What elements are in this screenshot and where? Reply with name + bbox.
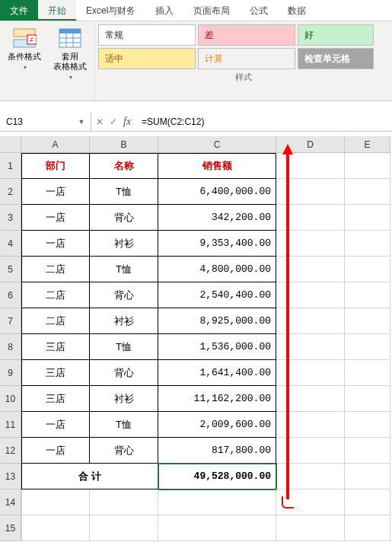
cell[interactable]: 9,353,400.00	[158, 231, 276, 257]
cell[interactable]	[276, 438, 345, 464]
row-header[interactable]: 6	[0, 282, 21, 308]
cell-style-bad[interactable]: 差	[198, 24, 295, 46]
cell[interactable]	[276, 282, 345, 308]
cancel-formula-icon[interactable]: ✕	[96, 116, 104, 127]
tab-page-layout[interactable]: 页面布局	[183, 0, 240, 21]
row-header[interactable]: 12	[0, 438, 21, 464]
cell[interactable]: T恤	[90, 257, 158, 282]
cell[interactable]	[345, 257, 390, 282]
cell[interactable]	[345, 308, 390, 334]
cell[interactable]	[276, 515, 345, 541]
tab-home[interactable]: 开始	[38, 0, 76, 21]
accept-formula-icon[interactable]: ✓	[110, 116, 117, 127]
cell[interactable]	[345, 438, 390, 464]
cell[interactable]: 342,200.00	[158, 205, 276, 231]
cell[interactable]	[276, 464, 345, 489]
cell[interactable]	[345, 412, 390, 438]
row-header[interactable]: 9	[0, 360, 21, 386]
cell[interactable]	[276, 334, 345, 360]
cell-total-label[interactable]: 合 计	[21, 464, 158, 489]
tab-formulas[interactable]: 公式	[240, 0, 278, 21]
cell[interactable]: 一店	[21, 231, 90, 257]
cell[interactable]: 11,162,200.00	[158, 386, 276, 412]
name-box[interactable]: C13 ▼	[0, 112, 91, 131]
cell[interactable]	[345, 179, 390, 205]
cell[interactable]	[276, 153, 345, 179]
cell[interactable]: 三店	[21, 334, 90, 360]
row-header[interactable]: 2	[0, 179, 21, 205]
cell[interactable]: 一店	[21, 179, 90, 205]
cell-style-neutral[interactable]: 适中	[98, 48, 196, 69]
cell[interactable]: 4,800,000.00	[158, 257, 276, 282]
cell[interactable]	[21, 489, 90, 515]
cell[interactable]	[345, 515, 390, 541]
cell[interactable]	[276, 360, 345, 386]
cell[interactable]: T恤	[90, 334, 158, 360]
cell-style-normal[interactable]: 常规	[98, 24, 196, 46]
col-header-e[interactable]: E	[345, 136, 390, 153]
tab-excel-finance[interactable]: Excel与财务	[76, 0, 145, 21]
cell[interactable]: 背心	[90, 360, 158, 386]
tab-data[interactable]: 数据	[278, 0, 316, 21]
cell[interactable]	[345, 360, 390, 386]
cell[interactable]: 二店	[21, 308, 90, 334]
cell[interactable]: 名称	[90, 153, 158, 179]
cell[interactable]: 背心	[90, 438, 158, 464]
row-header[interactable]: 15	[0, 515, 21, 541]
cell[interactable]: 6,400,000.00	[158, 179, 276, 205]
cell-style-check[interactable]: 检查单元格	[298, 48, 374, 69]
cell[interactable]: 8,925,000.00	[158, 308, 276, 334]
row-header[interactable]: 11	[0, 412, 21, 438]
col-header-a[interactable]: A	[21, 136, 90, 153]
name-box-dropdown[interactable]: ▼	[75, 118, 88, 126]
col-header-d[interactable]: D	[276, 136, 345, 153]
row-header[interactable]: 4	[0, 231, 21, 257]
cell[interactable]	[345, 489, 390, 515]
cell[interactable]: 2,540,400.00	[158, 282, 276, 308]
cell[interactable]	[276, 386, 345, 412]
cell[interactable]	[90, 515, 158, 541]
col-header-b[interactable]: B	[90, 136, 158, 153]
row-header[interactable]: 13	[0, 464, 21, 489]
cell[interactable]: 衬衫	[90, 386, 158, 412]
tab-insert[interactable]: 插入	[145, 0, 183, 21]
cell[interactable]: 销售额	[158, 153, 276, 179]
row-header[interactable]: 5	[0, 257, 21, 282]
cell[interactable]	[276, 179, 345, 205]
row-header[interactable]: 3	[0, 205, 21, 231]
cell[interactable]	[276, 205, 345, 231]
row-header[interactable]: 8	[0, 334, 21, 360]
cell-style-good[interactable]: 好	[298, 24, 374, 46]
row-header[interactable]: 1	[0, 153, 21, 179]
cell[interactable]: 817,800.00	[158, 438, 276, 464]
cell[interactable]	[158, 515, 276, 541]
cell[interactable]: 衬衫	[90, 231, 158, 257]
cell[interactable]	[345, 153, 390, 179]
cell[interactable]: T恤	[90, 412, 158, 438]
cell[interactable]: 一店	[21, 412, 90, 438]
tab-file[interactable]: 文件	[0, 0, 38, 21]
cell[interactable]	[90, 489, 158, 515]
cell[interactable]	[345, 205, 390, 231]
fx-icon[interactable]: fx	[123, 116, 131, 128]
cell-total-value[interactable]: 49,528,000.00	[158, 464, 276, 489]
cell[interactable]: 衬衫	[90, 308, 158, 334]
cell[interactable]: 三店	[21, 360, 90, 386]
cell[interactable]: 二店	[21, 257, 90, 282]
cell[interactable]	[276, 231, 345, 257]
cell[interactable]	[345, 386, 390, 412]
cell[interactable]	[345, 334, 390, 360]
cell[interactable]: 一店	[21, 205, 90, 231]
cell[interactable]: 1,536,000.00	[158, 334, 276, 360]
cell[interactable]: T恤	[90, 179, 158, 205]
cell[interactable]	[158, 489, 276, 515]
select-all-corner[interactable]	[0, 136, 21, 153]
cell[interactable]	[276, 308, 345, 334]
cell[interactable]	[276, 412, 345, 438]
row-header[interactable]: 7	[0, 308, 21, 334]
cell[interactable]	[21, 515, 90, 541]
table-format-button[interactable]: 套用 表格格式▾	[49, 24, 91, 99]
cell[interactable]: 背心	[90, 205, 158, 231]
cell[interactable]	[345, 464, 390, 489]
cell[interactable]	[276, 257, 345, 282]
